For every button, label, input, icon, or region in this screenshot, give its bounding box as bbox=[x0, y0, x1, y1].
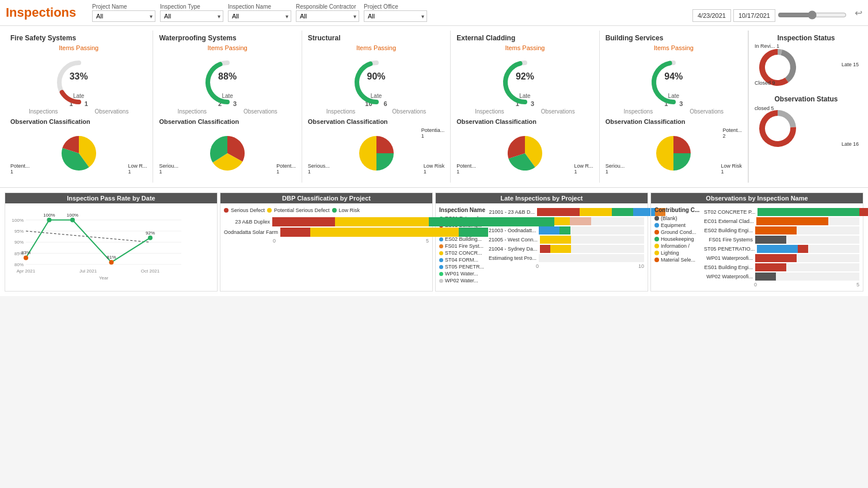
svg-text:Oct 2021: Oct 2021 bbox=[141, 268, 160, 274]
svg-point-17 bbox=[109, 260, 114, 264]
legend-item: Serious Defect bbox=[224, 207, 265, 213]
insp-name-dot bbox=[439, 265, 443, 269]
project-name: Oodnadatta Solar Farm bbox=[224, 229, 278, 235]
filter-label-2: Inspection Name bbox=[228, 3, 291, 10]
category-card-2: Structural Items Passing 90% Late 10 6 I… bbox=[302, 31, 451, 183]
donut-svg bbox=[755, 105, 801, 152]
insp-obs-4: Inspections Observations bbox=[606, 108, 742, 115]
insp-obs-0: Inspections Observations bbox=[10, 108, 147, 115]
late-title: Late Inspections by Project bbox=[436, 193, 648, 203]
contrib-item: Lighting bbox=[654, 250, 701, 256]
obs-x-labels: 05 bbox=[704, 282, 859, 287]
items-passing-2: Items Passing bbox=[308, 44, 444, 51]
svg-text:100%: 100% bbox=[12, 218, 24, 223]
svg-point-11 bbox=[24, 255, 28, 260]
contrib-label: Lighting bbox=[661, 250, 679, 256]
contrib-dot bbox=[654, 237, 659, 241]
filter-group-0: Project Name All bbox=[92, 3, 155, 22]
filter-group-3: Responsible Contractor All bbox=[296, 3, 359, 22]
late-label-insp: Late 15 bbox=[842, 62, 859, 67]
obs-bar-track bbox=[755, 263, 859, 271]
late-label-3: Late bbox=[456, 93, 593, 99]
insp-obs-1: Inspections Observations bbox=[159, 108, 295, 115]
card-title-2: Structural bbox=[308, 34, 444, 42]
obs-bar-name: WP01 Waterproofi... bbox=[704, 255, 753, 261]
card-title-4: Building Services bbox=[606, 34, 742, 42]
obs-class-title-4: Observation Classification bbox=[606, 118, 742, 125]
contrib-item: Information / bbox=[654, 243, 701, 249]
filter-group-4: Project Office All bbox=[364, 3, 427, 22]
inspections-label-3: Inspections bbox=[475, 108, 504, 115]
gauge-percent-4: 94% bbox=[664, 71, 683, 82]
pass-rate-title: Inspection Pass Rate by Date bbox=[5, 193, 217, 203]
contrib-dot bbox=[654, 230, 659, 234]
obs-title: Observations by Inspection Name bbox=[651, 193, 863, 203]
date-from[interactable]: 4/23/2021 bbox=[692, 9, 731, 22]
late-bar-seg bbox=[580, 208, 612, 216]
obs-bar-main bbox=[757, 208, 859, 216]
filter-label-3: Responsible Contractor bbox=[296, 3, 359, 10]
inspections-label-1: Inspections bbox=[177, 108, 207, 115]
obs-pie-3: Potent...1Low R...1 bbox=[456, 127, 593, 179]
late-observations-val-3: 3 bbox=[531, 100, 534, 107]
bar-fill bbox=[272, 217, 554, 226]
contrib-label: Housekeeping bbox=[661, 236, 694, 242]
late-bar-seg bbox=[540, 245, 550, 253]
late-bar-track bbox=[540, 236, 644, 244]
filter-label-1: Inspection Type bbox=[160, 3, 223, 10]
late-label-0: Late bbox=[10, 93, 147, 99]
insp-obs-2: Inspections Observations bbox=[308, 108, 444, 115]
card-title-3: External Cladding bbox=[456, 34, 593, 42]
filter-group-1: Inspection Type All bbox=[160, 3, 223, 22]
gauge-percent-2: 90% bbox=[367, 71, 386, 82]
inspections-label-2: Inspections bbox=[326, 108, 356, 115]
late-label-4: Late bbox=[606, 93, 742, 99]
insp-name-dot bbox=[439, 251, 443, 255]
filter-select-0[interactable]: All bbox=[92, 10, 155, 22]
filter-select-2[interactable]: All bbox=[228, 10, 291, 22]
insp-obs-3: Inspections Observations bbox=[456, 108, 593, 115]
legend-dot bbox=[332, 208, 337, 213]
obs-bar-name: ST02 CONCRETE P... bbox=[704, 209, 755, 215]
gauge-percent-1: 88% bbox=[218, 71, 237, 82]
pie-svg bbox=[356, 133, 397, 173]
insp-name-dot bbox=[439, 244, 443, 248]
insp-name-item: ST02 CONCR... bbox=[439, 250, 485, 256]
filter-select-4[interactable]: All bbox=[364, 10, 427, 22]
contrib-dot bbox=[654, 258, 659, 262]
svg-point-13 bbox=[47, 218, 52, 222]
late-bar-seg bbox=[550, 245, 571, 253]
observations-label-4: Observations bbox=[690, 108, 724, 115]
svg-text:Jul 2021: Jul 2021 bbox=[79, 268, 97, 274]
date-to[interactable]: 10/17/2021 bbox=[733, 9, 775, 22]
contrib-item: Housekeeping bbox=[654, 236, 701, 242]
contrib-item: Ground Cond... bbox=[654, 229, 701, 235]
pie-svg bbox=[653, 133, 694, 173]
inspections-label-0: Inspections bbox=[29, 108, 58, 115]
insp-name-dot bbox=[439, 272, 443, 276]
contrib-dot bbox=[654, 244, 659, 248]
late-bar-seg bbox=[559, 226, 570, 234]
closed-label: Closed 9 bbox=[755, 80, 775, 86]
insp-name-label: ES02 Building... bbox=[445, 236, 482, 242]
observations-label-3: Observations bbox=[541, 108, 575, 115]
filter-select-1[interactable]: All bbox=[160, 10, 223, 22]
svg-point-15 bbox=[70, 218, 75, 222]
obs-bar-row: EC01 External Clad... bbox=[704, 217, 859, 225]
obs-bar-name: ST05 PENETRATIO... bbox=[704, 246, 755, 252]
obs-bar-secondary bbox=[798, 245, 808, 253]
late-proj-row: 21004 - Sydney Da... bbox=[489, 245, 644, 253]
obs-bar-main bbox=[757, 245, 798, 253]
proj-name: 21003 - Oodnadatt... bbox=[489, 228, 536, 233]
filter-select-3[interactable]: All bbox=[296, 10, 359, 22]
contrib-label: Material Sele... bbox=[661, 257, 695, 263]
obs-bar-track bbox=[755, 254, 859, 262]
date-range-slider[interactable] bbox=[778, 10, 847, 20]
insp-name-dot bbox=[439, 279, 443, 283]
obs-pie-1: Seriou...1Potent...1 bbox=[159, 127, 295, 179]
obs-content: Contributing C... (Blank) Equipment Grou… bbox=[654, 207, 859, 287]
inspections-label-4: Inspections bbox=[624, 108, 653, 115]
proj-name: 21005 - West Conn... bbox=[489, 237, 538, 243]
items-passing-1: Items Passing bbox=[159, 44, 295, 51]
undo-button[interactable]: ↩ bbox=[855, 7, 862, 18]
